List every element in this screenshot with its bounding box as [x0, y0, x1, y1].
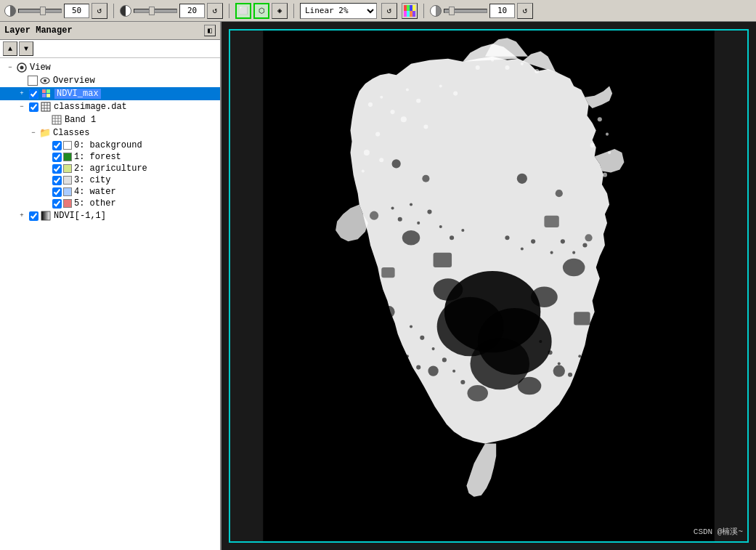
- rgb-group: ⬜ ⬡ ◈: [234, 3, 289, 19]
- svg-rect-0: [404, 5, 407, 11]
- zoom-refresh-btn[interactable]: ↺: [517, 3, 533, 19]
- tree-item-class5[interactable]: 5: other: [0, 198, 220, 209]
- svg-point-89: [582, 243, 587, 247]
- svg-point-47: [585, 234, 592, 241]
- class1-checkbox[interactable]: [52, 153, 62, 162]
- svg-point-67: [590, 143, 595, 147]
- svg-point-73: [521, 62, 524, 65]
- contrast-value[interactable]: 20: [179, 4, 205, 18]
- svg-rect-40: [381, 267, 394, 278]
- stretch-apply-btn[interactable]: ↺: [381, 3, 397, 19]
- select-mode-btn[interactable]: ◈: [272, 3, 288, 19]
- palette-group: [400, 3, 419, 19]
- svg-point-58: [453, 92, 458, 96]
- band1-icon: [51, 114, 62, 126]
- stretch-select[interactable]: Linear 2% Linear Histogram Eq Stddev: [300, 3, 377, 19]
- svg-point-79: [427, 210, 431, 214]
- divider-1: [113, 4, 114, 18]
- brightness-refresh-btn[interactable]: ↺: [92, 3, 107, 19]
- class2-checkbox[interactable]: [52, 164, 62, 174]
- tree-item-ndvi-max[interactable]: + NDVI_max: [0, 87, 220, 100]
- zoom-slider[interactable]: [444, 9, 487, 13]
- zoom-group: 10 ↺: [428, 3, 535, 19]
- select-polygon-btn[interactable]: ⬡: [253, 3, 269, 19]
- svg-rect-12: [42, 89, 46, 93]
- tree-item-class1[interactable]: 1: forest: [0, 151, 220, 163]
- svg-point-45: [556, 190, 563, 197]
- tree-item-band1[interactable]: Band 1: [0, 113, 220, 126]
- svg-point-96: [406, 355, 409, 357]
- ndvi-range-checkbox[interactable]: [29, 211, 38, 221]
- svg-point-11: [44, 79, 46, 82]
- contrast-refresh-btn[interactable]: ↺: [207, 3, 223, 19]
- tree-item-class4[interactable]: 4: water: [0, 186, 220, 198]
- select-rect-btn[interactable]: ⬜: [235, 3, 251, 19]
- layer-panel-collapse-btn[interactable]: ◧: [204, 25, 216, 36]
- svg-rect-15: [46, 94, 50, 97]
- main-toolbar: 50 ↺ 20 ↺ ⬜ ⬡ ◈ Linear 2% Linear Histogr…: [0, 0, 756, 22]
- contrast-icon: [120, 5, 131, 17]
- svg-point-78: [417, 222, 420, 225]
- tree-item-class3[interactable]: 3: city: [0, 174, 220, 186]
- svg-rect-7: [412, 11, 415, 17]
- class4-checkbox[interactable]: [52, 187, 62, 197]
- ndvi-range-expand-btn[interactable]: +: [16, 210, 28, 222]
- class3-checkbox[interactable]: [52, 176, 62, 185]
- brightness-slider[interactable]: [18, 9, 62, 13]
- brightness-value[interactable]: 50: [64, 4, 89, 18]
- brightness-group: 50 ↺: [3, 3, 109, 19]
- layer-down-btn[interactable]: ▼: [19, 41, 33, 56]
- svg-point-100: [558, 362, 561, 365]
- class5-checkbox[interactable]: [52, 199, 62, 209]
- overview-label: Overview: [53, 76, 95, 86]
- band1-label: Band 1: [65, 115, 96, 125]
- svg-point-42: [392, 159, 401, 168]
- svg-point-88: [572, 251, 575, 254]
- tree-item-classimage[interactable]: − classimage.dat: [0, 100, 220, 113]
- classimage-checkbox[interactable]: [29, 102, 38, 112]
- palette-btn[interactable]: [402, 3, 418, 19]
- svg-point-69: [603, 173, 607, 177]
- tree-item-overview[interactable]: Overview: [0, 74, 220, 87]
- class0-checkbox[interactable]: [52, 141, 62, 150]
- classes-label: Classes: [53, 128, 89, 138]
- svg-point-71: [491, 59, 494, 62]
- ndvi-max-highlight-label: NDVI_max: [54, 89, 101, 99]
- svg-rect-4: [404, 11, 407, 17]
- svg-point-83: [505, 235, 509, 240]
- stretch-group: Linear 2% Linear Histogram Eq Stddev: [298, 3, 378, 19]
- svg-point-62: [364, 150, 370, 155]
- svg-point-34: [563, 259, 585, 276]
- layer-toolbar: ▲ ▼: [0, 40, 220, 58]
- class3-color: [63, 176, 72, 185]
- svg-rect-26: [41, 211, 50, 220]
- zoom-value[interactable]: 10: [489, 4, 515, 18]
- ndvi-max-raster-icon: [41, 88, 52, 100]
- svg-point-92: [432, 347, 435, 350]
- svg-point-93: [442, 357, 447, 362]
- ndvi-range-label: NDVI[-1,1]: [54, 211, 106, 221]
- svg-point-49: [592, 337, 601, 346]
- tree-item-view[interactable]: − View: [0, 61, 220, 74]
- brightness-icon: [4, 5, 16, 17]
- classes-expand-btn[interactable]: −: [28, 127, 39, 139]
- svg-point-98: [539, 340, 542, 343]
- contrast-slider[interactable]: [134, 9, 177, 13]
- svg-point-36: [518, 377, 542, 395]
- svg-point-35: [402, 230, 420, 245]
- ndvi-max-expand-btn[interactable]: +: [16, 88, 28, 100]
- view-expand-btn[interactable]: −: [4, 62, 16, 73]
- layer-up-btn[interactable]: ▲: [3, 41, 17, 56]
- tree-item-class0[interactable]: 0: background: [0, 139, 220, 151]
- svg-point-74: [535, 69, 539, 73]
- tree-item-class2[interactable]: 2: agriculture: [0, 163, 220, 174]
- ndvi-max-checkbox[interactable]: [29, 89, 38, 99]
- class4-color: [63, 187, 72, 196]
- svg-point-99: [548, 350, 553, 355]
- divider-4: [423, 4, 424, 18]
- tree-item-ndvi-range[interactable]: + NDVI[-1,1]: [0, 209, 220, 222]
- svg-point-9: [20, 66, 24, 70]
- class1-color: [63, 153, 72, 161]
- classimage-expand-btn[interactable]: −: [16, 101, 28, 113]
- tree-item-classes[interactable]: − 📁 Classes: [0, 126, 220, 139]
